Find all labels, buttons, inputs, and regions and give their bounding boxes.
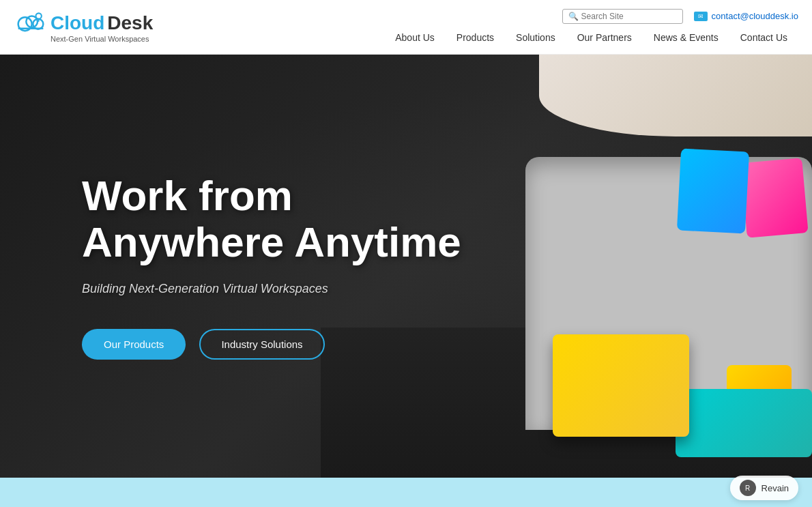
nav-solutions[interactable]: Solutions — [505, 29, 566, 46]
search-icon: 🔍 — [568, 12, 579, 21]
site-header: CloudDesk Next-Gen Virtual Workspaces 🔍 … — [0, 0, 812, 55]
nav-our-partners[interactable]: Our Partners — [566, 29, 643, 46]
hero-title-line1: Work from — [82, 173, 812, 219]
bottom-tagline: We develop simple and cost-effective clo… — [14, 502, 798, 507]
hero-title: Work from Anywhere Anytime — [82, 173, 812, 265]
main-nav: About Us Products Solutions Our Partners… — [384, 29, 798, 46]
header-right: 🔍 ✉ contact@clouddesk.io About Us Produc… — [384, 9, 798, 46]
revain-icon: R — [740, 480, 756, 496]
svg-point-4 — [36, 13, 42, 18]
revain-label: Revain — [762, 483, 789, 493]
cloud-logo-icon — [14, 11, 48, 35]
hero-section: Work from Anywhere Anytime Building Next… — [0, 55, 812, 478]
search-input[interactable] — [581, 12, 677, 21]
nav-products[interactable]: Products — [446, 29, 505, 46]
hero-title-line2: Anywhere Anytime — [82, 219, 812, 265]
search-box[interactable]: 🔍 — [562, 9, 683, 24]
contact-email-text: contact@clouddesk.io — [712, 11, 798, 21]
logo-tagline: Next-Gen Virtual Workspaces — [50, 35, 149, 43]
nav-about-us[interactable]: About Us — [384, 29, 446, 46]
hero-buttons: Our Products Industry Solutions — [82, 329, 812, 360]
logo-area[interactable]: CloudDesk Next-Gen Virtual Workspaces — [14, 11, 153, 43]
bottom-tagline-line1: We develop simple and cost-effective clo… — [14, 502, 798, 507]
hero-content: Work from Anywhere Anytime Building Next… — [0, 55, 812, 478]
contact-email-link[interactable]: ✉ contact@clouddesk.io — [694, 11, 798, 21]
nav-news-events[interactable]: News & Events — [643, 29, 729, 46]
industry-solutions-button[interactable]: Industry Solutions — [199, 329, 324, 360]
our-products-button[interactable]: Our Products — [82, 329, 186, 360]
logo-desk-text: Desk — [107, 12, 153, 34]
header-top-row: 🔍 ✉ contact@clouddesk.io — [562, 9, 798, 24]
logo-cloud-text: Cloud — [50, 12, 104, 34]
revain-badge[interactable]: R Revain — [730, 476, 798, 500]
email-icon: ✉ — [694, 12, 708, 21]
logo[interactable]: CloudDesk — [14, 11, 153, 35]
bottom-section: We develop simple and cost-effective clo… — [0, 478, 812, 507]
nav-contact-us[interactable]: Contact Us — [729, 29, 798, 46]
hero-subtitle: Building Next-Generation Virtual Workspa… — [82, 282, 812, 296]
